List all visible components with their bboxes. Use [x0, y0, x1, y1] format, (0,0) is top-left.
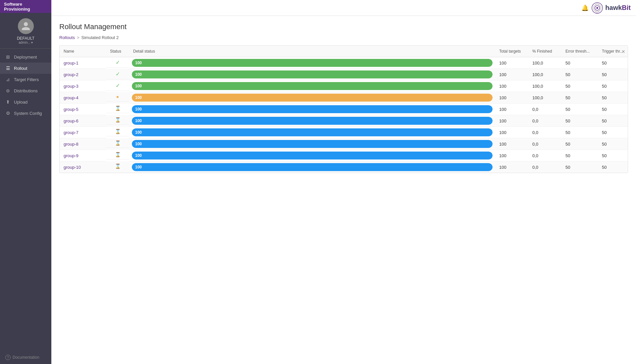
cell-total-targets: 100 — [495, 80, 528, 92]
breadcrumb-current: Simulated Rollout 2 — [81, 35, 119, 40]
status-icon: ⌛ — [115, 129, 121, 134]
status-icon: ⌛ — [115, 140, 121, 146]
cell-group-name: group-10 — [60, 161, 106, 173]
sidebar-item-upload[interactable]: ⬆ Upload — [0, 96, 51, 108]
cell-detail-status: 100 — [129, 80, 495, 92]
cell-status: ● — [106, 92, 129, 102]
deployment-icon: ⊞ — [5, 54, 11, 60]
topbar: 🔔 hawkBit — [51, 0, 636, 16]
progress-bar-wrap: 100 — [132, 117, 493, 125]
sidebar-item-target-filters[interactable]: ⊿ Target Filters — [0, 74, 51, 85]
col-header-detail: Detail status — [129, 46, 495, 57]
table-row: group-2 ✓ 100 100 100,0 50 50 — [60, 69, 628, 80]
col-header-err: Error thresh... — [561, 46, 598, 57]
cell-group-name: group-9 — [60, 150, 106, 161]
group-link[interactable]: group-2 — [64, 72, 79, 77]
sidebar-footer[interactable]: ? Documentation — [0, 351, 51, 364]
distributions-icon: ⊜ — [5, 88, 11, 93]
close-button[interactable]: × — [621, 48, 625, 55]
sidebar-nav: ⊞ Deployment ☰ Rollout ⊿ Target Filters … — [0, 49, 51, 351]
cell-error-threshold: 50 — [561, 161, 598, 173]
progress-bar-wrap: 100 — [132, 82, 493, 90]
breadcrumb-parent-link[interactable]: Rollouts — [59, 35, 75, 40]
cell-detail-status: 100 — [129, 138, 495, 150]
group-link[interactable]: group-9 — [64, 153, 79, 158]
group-link[interactable]: group-7 — [64, 130, 79, 135]
sidebar-item-system-config[interactable]: ⚙ System Config — [0, 108, 51, 119]
cell-error-threshold: 50 — [561, 115, 598, 127]
breadcrumb-separator: > — [77, 35, 80, 40]
cell-status: ✓ — [106, 57, 129, 68]
cell-total-targets: 100 — [495, 138, 528, 150]
group-link[interactable]: group-6 — [64, 118, 79, 123]
progress-bar-wrap: 100 — [132, 70, 493, 78]
user-icon — [21, 21, 31, 31]
cell-group-name: group-1 — [60, 57, 106, 69]
sidebar-item-label: Upload — [14, 100, 27, 105]
status-icon: ⌛ — [115, 152, 121, 157]
sidebar-item-distributions[interactable]: ⊜ Distributions — [0, 85, 51, 96]
bell-icon[interactable]: 🔔 — [581, 4, 589, 12]
logo-text: hawkBit — [605, 4, 631, 12]
progress-bar-fill: 100 — [132, 152, 493, 159]
table-row: group-7 ⌛ 100 100 0,0 50 50 — [60, 127, 628, 138]
cell-detail-status: 100 — [129, 69, 495, 80]
cell-error-threshold: 50 — [561, 69, 598, 80]
page-title: Rollout Management — [59, 23, 628, 31]
cell-detail-status: 100 — [129, 57, 495, 69]
sidebar-item-deployment[interactable]: ⊞ Deployment — [0, 51, 51, 63]
cell-detail-status: 100 — [129, 92, 495, 104]
sidebar-item-rollout[interactable]: ☰ Rollout — [0, 63, 51, 74]
hawkbit-logo: hawkBit — [591, 2, 631, 14]
group-link[interactable]: group-10 — [64, 165, 81, 170]
cell-total-targets: 100 — [495, 127, 528, 138]
content-area: Rollout Management Rollouts > Simulated … — [51, 16, 636, 364]
table-row: group-8 ⌛ 100 100 0,0 50 50 — [60, 138, 628, 150]
cell-trigger-threshold: 50 — [598, 57, 628, 69]
docs-icon: ? — [5, 355, 11, 360]
group-link[interactable]: group-4 — [64, 95, 79, 100]
progress-bar-wrap: 100 — [132, 128, 493, 136]
status-icon: ⌛ — [115, 106, 121, 111]
docs-label: Documentation — [13, 355, 39, 360]
svg-point-3 — [597, 7, 598, 9]
table-row: group-5 ⌛ 100 100 0,0 50 50 — [60, 104, 628, 115]
cell-trigger-threshold: 50 — [598, 69, 628, 80]
progress-bar-wrap: 100 — [132, 163, 493, 171]
cell-pct-finished: 100,0 — [528, 92, 561, 104]
sidebar: Software Provisioning DEFAULT admin... ▾… — [0, 0, 51, 364]
rollout-table: Name Status Detail status Total targets — [60, 46, 628, 173]
cell-total-targets: 100 — [495, 115, 528, 127]
cell-error-threshold: 50 — [561, 127, 598, 138]
progress-bar-fill: 100 — [132, 94, 493, 102]
col-header-status: Status — [106, 46, 129, 57]
cell-status: ✓ — [106, 80, 129, 91]
progress-bar-fill: 100 — [132, 163, 493, 171]
cell-group-name: group-6 — [60, 115, 106, 127]
cell-detail-status: 100 — [129, 150, 495, 161]
group-link[interactable]: group-1 — [64, 61, 79, 66]
cell-pct-finished: 0,0 — [528, 127, 561, 138]
cell-pct-finished: 0,0 — [528, 115, 561, 127]
group-link[interactable]: group-8 — [64, 142, 79, 147]
cell-trigger-threshold: 50 — [598, 127, 628, 138]
col-header-pct: % Finished — [528, 46, 561, 57]
cell-group-name: group-2 — [60, 69, 106, 80]
cell-status: ⌛ — [106, 138, 129, 148]
logo-spiral-icon — [591, 2, 603, 14]
sidebar-item-label: System Config — [14, 111, 42, 116]
cell-error-threshold: 50 — [561, 92, 598, 104]
target-filters-icon: ⊿ — [5, 77, 11, 82]
cell-detail-status: 100 — [129, 127, 495, 138]
username-label: DEFAULT — [17, 36, 34, 41]
cell-pct-finished: 100,0 — [528, 57, 561, 69]
cell-group-name: group-5 — [60, 104, 106, 115]
app-title: Software Provisioning — [4, 2, 47, 12]
cell-status: ⌛ — [106, 150, 129, 159]
cell-total-targets: 100 — [495, 69, 528, 80]
breadcrumb: Rollouts > Simulated Rollout 2 — [59, 35, 628, 40]
group-link[interactable]: group-5 — [64, 107, 79, 112]
cell-trigger-threshold: 50 — [598, 115, 628, 127]
group-link[interactable]: group-3 — [64, 84, 79, 89]
col-header-name: Name — [60, 46, 106, 57]
